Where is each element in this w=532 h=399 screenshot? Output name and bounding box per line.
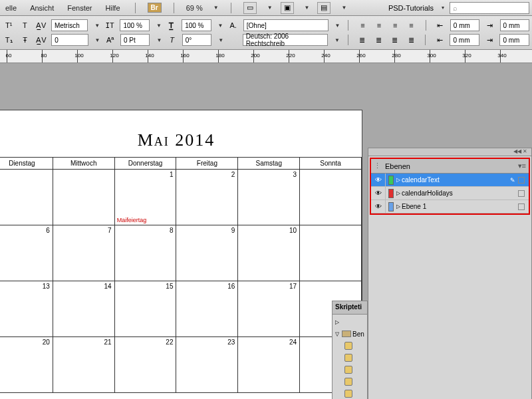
space-before-input[interactable]: 0 mm (450, 34, 479, 46)
panel-collapse-handle[interactable]: ◀◀ ✕ (368, 148, 531, 156)
workspace-dropdown-icon[interactable]: ▾ (442, 5, 444, 11)
space-before-icon[interactable]: ⇤ (434, 34, 446, 46)
strikethrough-icon[interactable]: Ŧ (19, 34, 31, 46)
calendar-cell: 17 (238, 281, 300, 337)
script-item[interactable] (334, 340, 366, 352)
calendar-cell: 24 (238, 337, 300, 393)
layer-name: calendarHolidays (402, 190, 453, 197)
layer-target-box[interactable] (518, 203, 525, 210)
tracking-icon[interactable]: A̲V (35, 34, 47, 46)
space-after-input[interactable]: 0 mm (499, 34, 529, 46)
layer-target-box[interactable] (518, 177, 525, 184)
workspace-label[interactable]: PSD-Tutorials (388, 4, 434, 12)
align-left-icon[interactable]: ≡ (356, 19, 368, 31)
zoom-level[interactable]: 69 % (186, 4, 203, 12)
calendar-cell: 3 (238, 170, 300, 225)
calendar-cell: 2 (176, 170, 238, 225)
calendar-header: Samstag (238, 158, 300, 170)
indent-left-icon[interactable]: ⇤ (434, 19, 446, 31)
script-icon (344, 378, 352, 386)
calendar-cell: 23 (176, 337, 238, 393)
calendar-cell: 16 (176, 281, 238, 337)
panel-menu-icon[interactable]: ▾≡ (518, 162, 526, 170)
calendar-cell: 13 (0, 281, 53, 337)
calendar-cell: 22 (114, 337, 176, 393)
layer-color-swatch (388, 176, 394, 185)
layer-row[interactable]: 👁▷calendarHolidays (371, 187, 529, 200)
kerning-icon[interactable]: A̲V (35, 19, 47, 31)
space-after-icon[interactable]: ⇥ (483, 34, 495, 46)
calendar-table: DienstagMittwochDonnerstagFreitagSamstag… (0, 157, 362, 393)
script-item[interactable] (334, 364, 366, 376)
kerning-input[interactable]: Metrisch (51, 19, 88, 31)
tracking-input[interactable]: 0 (51, 34, 88, 46)
calendar-cell: 8 (114, 225, 176, 281)
menu-ansicht[interactable]: Ansicht (27, 3, 57, 13)
layer-target-box[interactable] (518, 190, 525, 197)
layer-row[interactable]: 👁▷Ebene 1 (371, 200, 529, 213)
highlight-outline: ⋮ Ebenen ▾≡ 👁▷calendarText✎👁▷calendarHol… (370, 158, 530, 215)
layer-row[interactable]: 👁▷calendarText✎ (371, 174, 529, 187)
vscale-icon[interactable]: T̲ (166, 19, 178, 31)
bridge-badge[interactable]: Br (148, 3, 162, 13)
justify-all-icon[interactable]: ≣ (405, 34, 417, 46)
scripts-tab[interactable]: Skripteti (332, 301, 367, 315)
document-canvas: Mai 2014 DienstagMittwochDonnerstagFreit… (0, 63, 532, 399)
panel-grip-icon[interactable]: ⋮ (374, 162, 381, 170)
hscale-input[interactable]: 100 % (120, 19, 149, 31)
superscript-icon[interactable]: T¹ (3, 19, 15, 31)
disclosure-icon[interactable]: ▷ (396, 177, 400, 183)
calendar-header: Donnerstag (114, 158, 176, 170)
indent-right-input[interactable]: 0 mm (500, 19, 529, 31)
horizontal-ruler: 6080100120140160180200220240260280300320… (0, 50, 532, 63)
language-input[interactable]: Deutsch: 2006 Rechtschreib (243, 34, 328, 46)
script-item[interactable] (334, 376, 366, 388)
vscale-input[interactable]: 100 % (182, 19, 211, 31)
align-justify-icon[interactable]: ≡ (405, 19, 417, 31)
skew-icon[interactable]: T (166, 34, 178, 46)
calendar-cell: 7 (53, 225, 114, 281)
menu-fenster[interactable]: Fenster (65, 3, 94, 13)
holiday-label: Maifeiertag (117, 217, 147, 223)
script-item[interactable] (334, 388, 366, 399)
text-icon[interactable]: T (19, 19, 31, 31)
disclosure-icon[interactable]: ▷ (396, 203, 400, 209)
visibility-eye-icon[interactable]: 👁 (371, 174, 386, 186)
control-panel: T¹ T A̲V Metrisch▼ ⵊT 100 %▼ T̲ 100 %▼ A… (0, 16, 532, 50)
justify-all-center-icon[interactable]: ≣ (372, 34, 384, 46)
menu-elle[interactable]: elle (3, 3, 19, 13)
calendar-cell (300, 225, 362, 281)
subscript-icon[interactable]: T₁ (3, 34, 15, 46)
charstyle-icon[interactable]: A. (227, 19, 239, 31)
baseline-icon[interactable]: Aª (104, 34, 116, 46)
zoom-dropdown-icon[interactable]: ▼ (213, 5, 219, 11)
calendar-cell (53, 170, 114, 225)
script-folder-row[interactable]: ▽Ben (334, 328, 366, 340)
pen-icon: ✎ (510, 177, 515, 184)
script-folder-row[interactable]: ▷ (334, 316, 366, 328)
script-item[interactable] (334, 352, 366, 364)
view-mode-1-icon[interactable]: ▭ (243, 2, 257, 14)
charstyle-input[interactable]: [Ohne] (243, 19, 329, 31)
layers-panel[interactable]: ◀◀ ✕ ⋮ Ebenen ▾≡ 👁▷calendarText✎👁▷calend… (368, 148, 532, 399)
disclosure-icon[interactable]: ▷ (396, 190, 400, 196)
justify-all-left-icon[interactable]: ≣ (356, 34, 368, 46)
scripts-panel[interactable]: Skripteti ▷ ▽Ben ▽ ▷ (332, 301, 368, 399)
view-mode-2-icon[interactable]: ▣ (281, 2, 294, 14)
baseline-input[interactable]: 0 Pt (120, 34, 150, 46)
search-input[interactable]: ⌕ (450, 2, 529, 14)
indent-right-icon[interactable]: ⇥ (483, 19, 495, 31)
calendar-header: Freitag (176, 158, 238, 170)
align-center-icon[interactable]: ≡ (373, 19, 385, 31)
hscale-icon[interactable]: ⵊT (104, 19, 116, 31)
indent-left-input[interactable]: 0 mm (450, 19, 479, 31)
calendar-cell: 9 (176, 225, 238, 281)
menu-hilfe[interactable]: Hilfe (103, 3, 123, 13)
skew-input[interactable]: 0° (182, 34, 212, 46)
layers-tab[interactable]: ⋮ Ebenen ▾≡ (371, 159, 529, 174)
visibility-eye-icon[interactable]: 👁 (371, 187, 386, 200)
visibility-eye-icon[interactable]: 👁 (371, 200, 386, 213)
view-mode-3-icon[interactable]: ▤ (317, 2, 331, 14)
justify-all-right-icon[interactable]: ≣ (388, 34, 400, 46)
align-right-icon[interactable]: ≡ (389, 19, 401, 31)
